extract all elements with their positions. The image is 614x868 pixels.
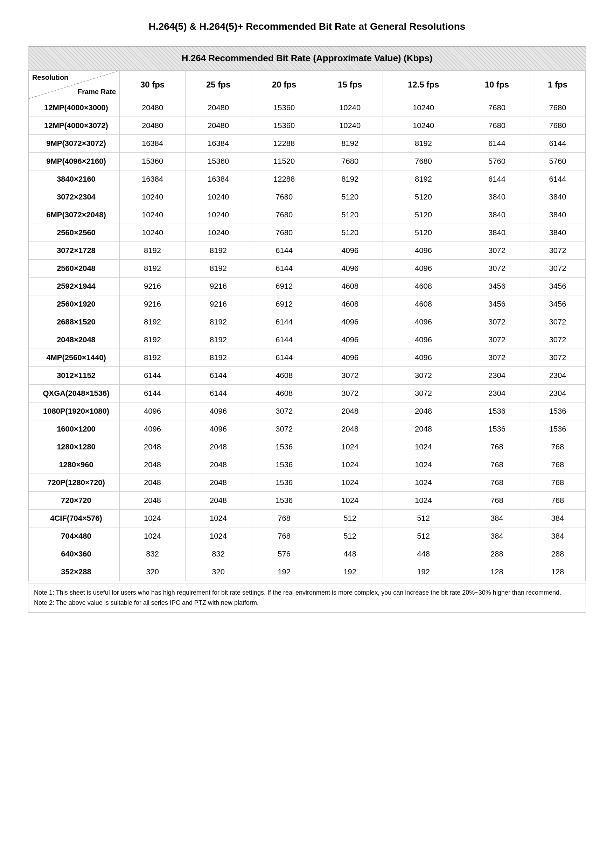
bitrate-cell: 8192	[120, 242, 186, 260]
bitrate-cell: 11520	[251, 153, 317, 170]
bitrate-cell: 4096	[317, 313, 383, 331]
bitrate-cell: 3840	[530, 206, 585, 224]
bitrate-cell: 6144	[251, 242, 317, 260]
bitrate-cell: 5120	[383, 206, 464, 224]
bitrate-cell: 512	[383, 510, 464, 527]
bitrate-cell: 7680	[383, 153, 464, 170]
resolution-cell: 1080P(1920×1080)	[29, 403, 120, 420]
bitrate-cell: 3840	[530, 224, 585, 242]
table-row: 2560×2560102401024076805120512038403840	[29, 224, 586, 242]
bitrate-cell: 768	[464, 492, 530, 510]
resolution-cell: 12MP(4000×3072)	[29, 117, 120, 135]
bitrate-cell: 832	[120, 545, 186, 563]
bitrate-cell: 6912	[251, 295, 317, 313]
bitrate-cell: 16384	[120, 170, 186, 188]
bitrate-cell: 3072	[464, 313, 530, 331]
bitrate-cell: 192	[251, 563, 317, 581]
table-row: 2560×20488192819261444096409630723072	[29, 260, 586, 277]
bitrate-cell: 384	[464, 527, 530, 545]
bitrate-cell: 16384	[186, 170, 251, 188]
bitrate-cell: 2304	[530, 384, 585, 403]
bitrate-cell: 5120	[317, 206, 383, 224]
bitrate-cell: 8192	[186, 349, 251, 367]
note-2: Note 2: The above value is suitable for …	[34, 598, 580, 608]
bitrate-cell: 1536	[251, 474, 317, 492]
bitrate-cell: 1536	[530, 420, 585, 438]
bitrate-cell: 4096	[317, 260, 383, 277]
bitrate-cell: 10240	[186, 206, 251, 224]
bitrate-cell: 1024	[120, 527, 186, 545]
resolution-cell: 3012×1152	[29, 367, 120, 384]
bitrate-cell: 1024	[317, 492, 383, 510]
col-12-5fps: 12.5 fps	[383, 71, 464, 99]
bitrate-cell: 3072	[383, 367, 464, 384]
bitrate-cell: 4096	[120, 403, 186, 420]
bitrate-cell: 1024	[383, 456, 464, 474]
bitrate-cell: 2048	[383, 420, 464, 438]
bitrate-cell: 4608	[317, 277, 383, 295]
bitrate-cell: 128	[464, 563, 530, 581]
resolution-cell: 1600×1200	[29, 420, 120, 438]
bitrate-cell: 3840	[464, 224, 530, 242]
bitrate-cell: 3072	[464, 242, 530, 260]
bitrate-cell: 6144	[120, 384, 186, 403]
table-row: 6MP(3072×2048)10240102407680512051203840…	[29, 206, 586, 224]
bitrate-cell: 3072	[530, 349, 585, 367]
bitrate-cell: 4096	[120, 420, 186, 438]
bitrate-cell: 3456	[464, 277, 530, 295]
col-25fps: 25 fps	[186, 71, 251, 99]
bitrate-cell: 20480	[186, 117, 251, 135]
bitrate-cell: 10240	[186, 188, 251, 206]
bitrate-cell: 7680	[530, 99, 585, 117]
bitrate-cell: 288	[530, 545, 585, 563]
table-header-row: Resolution Frame Rate 30 fps 25 fps 20 f…	[29, 71, 586, 99]
bitrate-cell: 4096	[317, 331, 383, 349]
bitrate-cell: 15360	[120, 153, 186, 170]
bitrate-cell: 10240	[383, 117, 464, 135]
bitrate-cell: 3840	[464, 188, 530, 206]
bitrate-cell: 4096	[383, 242, 464, 260]
bitrate-cell: 3072	[530, 242, 585, 260]
bitrate-cell: 15360	[186, 153, 251, 170]
bitrate-cell: 10240	[186, 224, 251, 242]
bitrate-cell: 7680	[530, 117, 585, 135]
table-row: 1080P(1920×1080)409640963072204820481536…	[29, 403, 586, 420]
bitrate-cell: 6912	[251, 277, 317, 295]
bitrate-cell: 2304	[530, 367, 585, 384]
bitrate-cell: 2048	[186, 456, 251, 474]
resolution-cell: 9MP(3072×3072)	[29, 135, 120, 153]
resolution-cell: 2688×1520	[29, 313, 120, 331]
bitrate-cell: 768	[464, 474, 530, 492]
bitrate-cell: 4096	[317, 349, 383, 367]
bitrate-cell: 2048	[186, 438, 251, 456]
table-row: 352×288320320192192192128128	[29, 563, 586, 581]
table-row: 2048×20488192819261444096409630723072	[29, 331, 586, 349]
bitrate-cell: 8192	[317, 135, 383, 153]
bitrate-cell: 768	[251, 527, 317, 545]
bitrate-cell: 15360	[251, 99, 317, 117]
resolution-cell: 2592×1944	[29, 277, 120, 295]
resolution-cell: 2560×2048	[29, 260, 120, 277]
table-row: 2688×15208192819261444096409630723072	[29, 313, 586, 331]
table-row: 3072×17288192819261444096409630723072	[29, 242, 586, 260]
bitrate-cell: 1024	[186, 510, 251, 527]
bitrate-cell: 4096	[186, 403, 251, 420]
bitrate-cell: 768	[530, 474, 585, 492]
bitrate-cell: 6144	[464, 135, 530, 153]
bitrate-cell: 1024	[120, 510, 186, 527]
table-row: 704×48010241024768512512384384	[29, 527, 586, 545]
bitrate-cell: 1024	[383, 474, 464, 492]
col-30fps: 30 fps	[120, 71, 186, 99]
bitrate-cell: 128	[530, 563, 585, 581]
bitrate-cell: 4096	[186, 420, 251, 438]
resolution-cell: 2048×2048	[29, 331, 120, 349]
resolution-cell: 2560×2560	[29, 224, 120, 242]
bitrate-cell: 12288	[251, 170, 317, 188]
resolution-cell: 2560×1920	[29, 295, 120, 313]
bitrate-cell: 2048	[317, 420, 383, 438]
bitrate-cell: 1536	[464, 403, 530, 420]
bitrate-cell: 4608	[251, 367, 317, 384]
bitrate-cell: 6144	[186, 384, 251, 403]
bitrate-cell: 448	[317, 545, 383, 563]
bitrate-cell: 384	[530, 510, 585, 527]
